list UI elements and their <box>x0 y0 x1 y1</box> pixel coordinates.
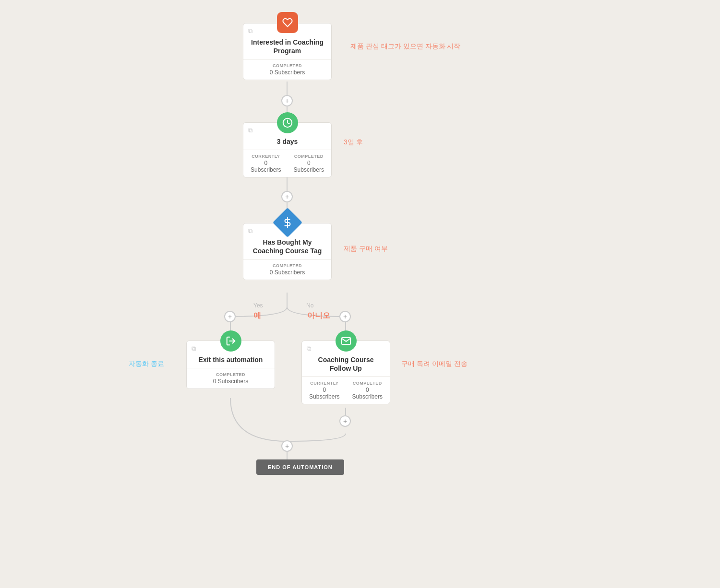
connectors <box>0 0 720 588</box>
trigger-icon <box>277 12 298 33</box>
exit-status-label: COMPLETED <box>216 372 245 377</box>
delay-icon <box>277 112 298 133</box>
plus-btn-2[interactable]: + <box>281 191 293 202</box>
email-completed-label: COMPLETED <box>353 381 382 386</box>
delay-currently-value: 0 Subscribers <box>249 160 283 173</box>
condition-node[interactable]: ⧉ Has Bought My Coaching Course Tag COMP… <box>243 223 332 280</box>
yes-branch-label: Yes <box>253 302 263 309</box>
email-icon <box>336 330 357 352</box>
automation-canvas: ⧉ Interested in Coaching Program COMPLET… <box>0 0 720 588</box>
email-stats: CURRENTLY 0 Subscribers COMPLETED 0 Subs… <box>302 377 390 404</box>
email-completed-value: 0 Subscribers <box>351 387 384 400</box>
annotation-trigger: 제품 관심 태그가 있으면 자동화 시작 <box>350 42 460 51</box>
copy-icon-condition: ⧉ <box>248 227 252 235</box>
plus-btn-email[interactable]: + <box>339 415 351 427</box>
exit-icon <box>220 330 241 352</box>
delay-completed-label: COMPLETED <box>294 154 324 159</box>
condition-status-label: COMPLETED <box>273 263 302 268</box>
trigger-status-value: 0 Subscribers <box>270 69 305 76</box>
annotation-condition: 제품 구매 여부 <box>344 245 388 253</box>
annotation-delay: 3일 후 <box>344 138 363 147</box>
no-branch-label: No <box>306 302 313 309</box>
trigger-node[interactable]: ⧉ Interested in Coaching Program COMPLET… <box>243 23 332 80</box>
delay-completed-value: 0 Subscribers <box>292 160 326 173</box>
condition-status-value: 0 Subscribers <box>270 269 305 276</box>
annotation-yes: 예 <box>253 311 261 321</box>
plus-btn-no[interactable]: + <box>339 311 351 322</box>
condition-stats: COMPLETED 0 Subscribers <box>243 259 331 280</box>
trigger-status-label: COMPLETED <box>273 63 302 68</box>
plus-btn-merge[interactable]: + <box>281 440 293 452</box>
exit-status-value: 0 Subscribers <box>213 378 248 385</box>
exit-stats: COMPLETED 0 Subscribers <box>187 368 275 388</box>
delay-stats: CURRENTLY 0 Subscribers COMPLETED 0 Subs… <box>243 150 331 177</box>
plus-btn-yes[interactable]: + <box>224 311 236 322</box>
delay-currently-label: CURRENTLY <box>252 154 280 159</box>
exit-node[interactable]: ⧉ Exit this automation COMPLETED 0 Subsc… <box>186 341 275 389</box>
annotation-email: 구매 독려 이메일 전송 <box>401 360 468 368</box>
end-of-automation[interactable]: END OF AUTOMATION <box>256 459 344 475</box>
delay-node[interactable]: ⧉ 3 days CURRENTLY 0 Subscribers COMPLET… <box>243 122 332 177</box>
email-node[interactable]: ⧉ Coaching Course Follow Up CURRENTLY 0 … <box>301 341 390 404</box>
copy-icon: ⧉ <box>248 27 252 35</box>
email-currently-label: CURRENTLY <box>310 381 338 386</box>
copy-icon-email: ⧉ <box>307 345 311 353</box>
plus-btn-1[interactable]: + <box>281 95 293 106</box>
email-currently-value: 0 Subscribers <box>308 387 341 400</box>
copy-icon-delay: ⧉ <box>248 127 252 134</box>
annotation-exit: 자동화 종료 <box>129 360 164 368</box>
annotation-no: 아니오 <box>307 311 330 321</box>
trigger-stats: COMPLETED 0 Subscribers <box>243 59 331 80</box>
copy-icon-exit: ⧉ <box>192 345 196 353</box>
